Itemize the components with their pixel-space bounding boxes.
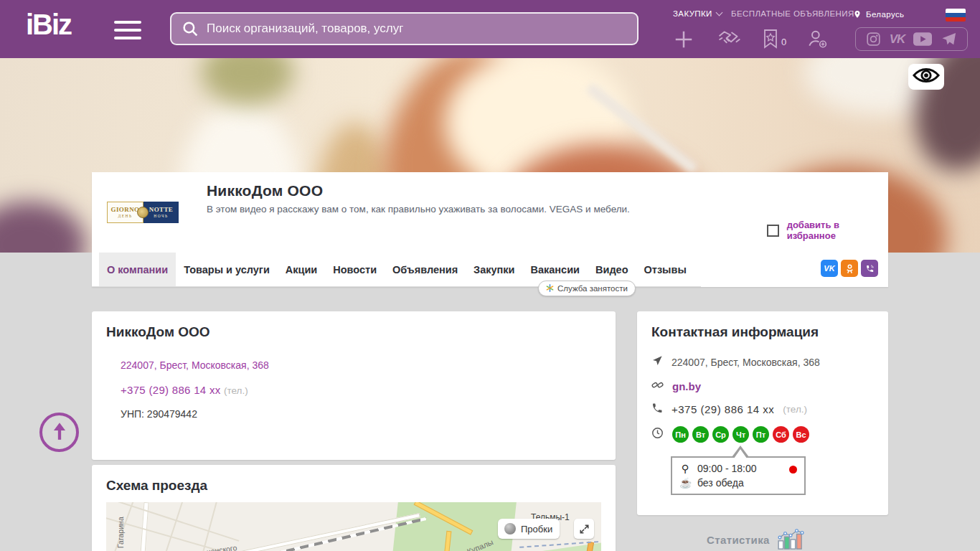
purchases-menu-label: ЗАКУПКИ <box>673 9 712 18</box>
hours-lunch-row: ☕ без обеда <box>679 477 797 489</box>
tab-about[interactable]: О компании <box>99 253 176 286</box>
day-badge-fri: Пт <box>753 426 769 443</box>
traffic-toggle-button[interactable]: Пробки <box>498 519 560 539</box>
working-days-row: Пн Вт Ср Чт Пт Сб Вс <box>651 426 809 443</box>
header: iBiz ЗАКУПКИ БЕСПЛАТНЫЕ ОБЪЯВЛЕНИЯ Белар… <box>0 0 980 58</box>
closed-now-indicator <box>789 466 797 474</box>
favorite-checkbox[interactable] <box>767 225 779 237</box>
day-badge-sun: Вс <box>793 426 809 443</box>
company-address-link[interactable]: 224007, Брест, Московская, 368 <box>121 359 269 371</box>
company-title: НиккоДом ООО <box>207 182 323 199</box>
company-logo: GIORNOДЕНЬ NOTTEНОЧЬ <box>107 202 179 223</box>
add-to-favorites[interactable]: добавить в избранное <box>767 220 888 241</box>
map-street-label: ченского <box>206 543 237 551</box>
odnoklassniki-share-icon[interactable] <box>841 260 858 277</box>
contact-phone-note: (тел.) <box>783 404 807 415</box>
header-social-links: VK <box>855 27 968 51</box>
contact-card: Контактная информация 224007, Брест, Мос… <box>637 311 888 515</box>
working-days: Пн Вт Ср Чт Пт Сб Вс <box>672 426 809 443</box>
favorites-bookmark-button[interactable]: 0 <box>762 29 786 49</box>
company-social-links: VK <box>821 260 878 277</box>
favorites-count: 0 <box>781 37 786 49</box>
login-register-button[interactable] <box>806 29 828 49</box>
website-link[interactable]: gn.by <box>672 380 701 392</box>
accessibility-eye-button[interactable] <box>908 64 944 90</box>
ibiz-logo[interactable]: iBiz <box>26 9 71 41</box>
contact-address-row: 224007, Брест, Московская, 368 <box>651 355 820 369</box>
free-ads-label: БЕСПЛАТНЫЕ ОБЪЯВЛЕНИЯ <box>731 9 854 18</box>
hours-lunch: без обеда <box>697 477 744 489</box>
working-hours-tooltip: ⚲ 09:00 - 18:00 ☕ без обеда <box>671 456 806 495</box>
telegram-icon[interactable] <box>941 31 957 47</box>
logo-emblem <box>137 207 149 218</box>
favorite-label: добавить в избранное <box>787 220 888 241</box>
contact-phone-number[interactable]: +375 (29) 886 14 xx <box>672 403 774 415</box>
company-unp: УНП: 290479442 <box>121 408 197 420</box>
phone-number[interactable]: +375 (29) 886 14 xx <box>121 384 221 396</box>
tab-purchases[interactable]: Закупки <box>466 253 522 286</box>
logo-notte: NOTTE <box>149 207 174 213</box>
viber-icon[interactable] <box>861 260 878 277</box>
purchases-menu[interactable]: ЗАКУПКИ <box>673 9 722 18</box>
logo-giorno: GIORNO <box>111 207 140 213</box>
scroll-to-top-button[interactable] <box>39 413 79 452</box>
contact-website-row: gn.by <box>651 379 701 394</box>
map-title: Схема проезда <box>106 478 207 494</box>
search-input[interactable] <box>207 22 627 36</box>
contact-address: 224007, Брест, Московская, 368 <box>672 357 820 368</box>
about-card: НиккоДом ООО 224007, Брест, Московская, … <box>92 311 616 460</box>
navigation-arrow-icon <box>651 355 663 369</box>
search-box <box>170 12 639 45</box>
free-ads-link[interactable]: БЕСПЛАТНЫЕ ОБЪЯВЛЕНИЯ <box>731 9 854 18</box>
tab-announcements[interactable]: Объявления <box>385 253 466 286</box>
menu-icon[interactable] <box>114 21 141 44</box>
map-card: Схема проезда Гагарина Тельмы-1 ченского… <box>92 465 616 551</box>
employment-service-label: Служба занятости <box>557 284 628 293</box>
day-badge-wed: Ср <box>712 426 729 443</box>
day-badge-sat: Сб <box>773 426 789 443</box>
logo-noch: НОЧЬ <box>154 215 169 219</box>
map-street-label: Гагарина <box>116 517 125 548</box>
statistics-chart-icon <box>777 527 806 551</box>
employment-asterisk-icon <box>546 284 554 293</box>
company-description: В этом видео я расскажу вам о том, как п… <box>207 204 630 215</box>
clock-icon <box>651 427 664 442</box>
contact-phone-row: +375 (29) 886 14 xx (тел.) <box>651 402 807 416</box>
map-fullscreen-button[interactable] <box>574 519 594 539</box>
partnership-handshake-icon[interactable] <box>717 29 743 49</box>
tab-products-services[interactable]: Товары и услуги <box>176 253 278 286</box>
instagram-icon[interactable] <box>866 32 881 47</box>
hours-time-row: ⚲ 09:00 - 18:00 <box>679 463 797 474</box>
arrow-up-icon <box>50 421 69 444</box>
coffee-cup-icon: ☕ <box>679 477 691 489</box>
phone-note: (тел.) <box>224 385 248 396</box>
vk-share-icon[interactable]: VK <box>821 260 838 277</box>
tab-news[interactable]: Новости <box>325 253 385 286</box>
chevron-down-icon <box>715 9 722 16</box>
about-title: НиккоДом ООО <box>106 324 210 340</box>
phone-icon <box>651 402 663 416</box>
tab-reviews[interactable]: Отзывы <box>636 253 694 286</box>
language-flag-russian[interactable] <box>946 9 966 22</box>
statistics-link[interactable]: Статистика <box>707 527 806 551</box>
day-badge-thu-current: Чт <box>732 426 749 443</box>
hours-time: 09:00 - 18:00 <box>697 463 757 474</box>
tab-promotions[interactable]: Акции <box>278 253 325 286</box>
location-pin-icon <box>853 9 862 19</box>
contact-title: Контактная информация <box>651 324 819 340</box>
link-chain-icon <box>651 379 664 394</box>
map[interactable]: Гагарина Тельмы-1 ченского Купалы Пробки <box>106 502 601 551</box>
add-company-button[interactable] <box>673 29 694 50</box>
logo-den: ДЕНЬ <box>118 215 132 219</box>
company-card: GIORNOДЕНЬ NOTTEНОЧЬ НиккоДом ООО В этом… <box>92 172 888 287</box>
vk-icon[interactable]: VK <box>890 32 905 47</box>
traffic-light-icon <box>504 523 516 534</box>
region-selector[interactable]: Беларусь <box>853 9 905 19</box>
day-badge-tue: Вт <box>692 426 709 443</box>
statistics-label: Статистика <box>707 534 770 546</box>
eye-icon <box>913 67 940 87</box>
traffic-label: Пробки <box>521 524 552 534</box>
company-phone[interactable]: +375 (29) 886 14 xx (тел.) <box>121 384 248 396</box>
youtube-icon[interactable] <box>913 32 932 46</box>
work-tools-icon: ⚲ <box>679 463 691 474</box>
